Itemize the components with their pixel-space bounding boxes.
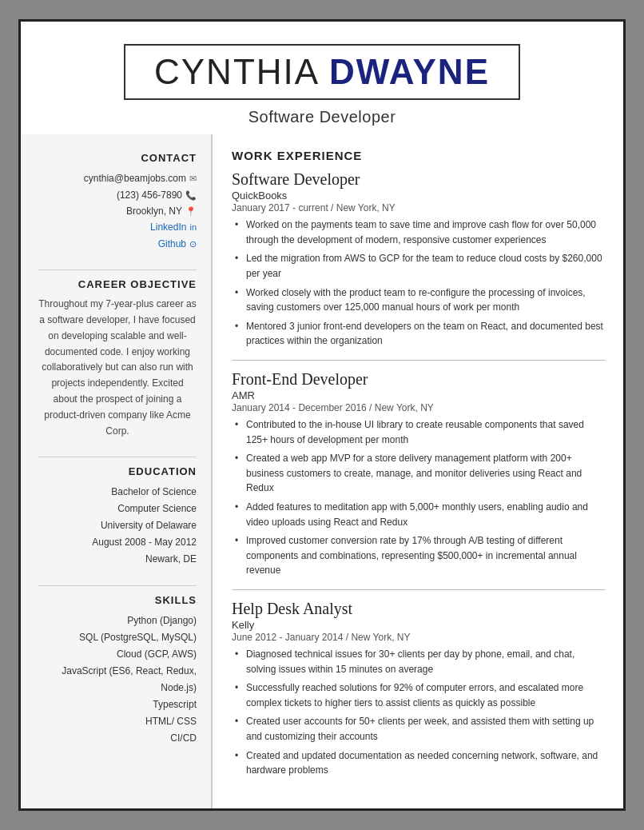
job-subtitle: Software Developer xyxy=(53,108,591,126)
divider-2 xyxy=(38,457,197,457)
github-link[interactable]: Github xyxy=(158,236,186,252)
bullet-item: Added features to meditation app with 5,… xyxy=(235,500,606,529)
job-title: Front-End Developer xyxy=(232,370,606,389)
location-text: Brooklyn, NY xyxy=(126,203,182,219)
bullet-item: Improved customer conversion rate by 17%… xyxy=(235,533,606,578)
job-block: Help Desk AnalystKellyJune 2012 - Januar… xyxy=(232,600,606,778)
email-icon: ✉ xyxy=(189,171,197,186)
skill-item: JavaScript (ES6, React, Redux, Node.js) xyxy=(38,663,197,696)
bullet-item: Mentored 3 junior front-end developers o… xyxy=(235,319,606,349)
divider-3 xyxy=(38,585,197,586)
job-divider xyxy=(232,589,606,590)
company-name: AMR xyxy=(232,389,606,401)
skill-item: Python (Django) xyxy=(38,613,197,629)
skill-item: CI/CD xyxy=(38,730,197,747)
bullet-item: Successfully reached solutions for 92% o… xyxy=(235,680,606,710)
phone-icon: 📞 xyxy=(185,188,197,203)
job-block: Software DeveloperQuickBooksJanuary 2017… xyxy=(232,170,606,349)
body-content: CONTACT cynthia@beamjobs.com ✉ (123) 456… xyxy=(21,134,623,808)
bullet-item: Created user accounts for 50+ clients pe… xyxy=(235,714,606,744)
linkedin-item[interactable]: LinkedIn in xyxy=(38,219,197,235)
bullet-item: Created a web app MVP for a store delive… xyxy=(235,451,606,496)
career-section: CAREER OBJECTIVE Throughout my 7-year-pl… xyxy=(38,278,197,439)
skill-item: HTML/ CSS xyxy=(38,713,197,730)
resume-document: CYNTHIA DWAYNE Software Developer CONTAC… xyxy=(18,19,626,810)
job-bullets: Contributed to the in-house UI library t… xyxy=(235,417,606,578)
major: Computer Science xyxy=(38,501,197,517)
skills-list: Python (Django)SQL (PostgreSQL, MySQL)Cl… xyxy=(38,613,197,747)
education-title: EDUCATION xyxy=(38,465,197,477)
divider-1 xyxy=(38,269,197,270)
sidebar: CONTACT cynthia@beamjobs.com ✉ (123) 456… xyxy=(21,134,213,808)
github-item[interactable]: Github ⊙ xyxy=(38,236,197,252)
job-divider xyxy=(232,360,606,361)
job-dates: January 2014 - December 2016 / New York,… xyxy=(232,402,606,413)
skills-title: SKILLS xyxy=(38,594,197,606)
bullet-item: Led the migration from AWS to GCP for th… xyxy=(235,251,606,281)
bullet-item: Contributed to the in-house UI library t… xyxy=(235,417,606,447)
company-name: Kelly xyxy=(232,619,606,631)
phone-text: (123) 456-7890 xyxy=(117,187,182,203)
job-dates: January 2017 - current / New York, NY xyxy=(232,202,606,213)
main-content: WORK EXPERIENCE Software DeveloperQuickB… xyxy=(213,134,623,808)
education-section: EDUCATION Bachelor of Science Computer S… xyxy=(38,465,197,568)
contact-title: CONTACT xyxy=(38,152,197,164)
bullet-item: Worked on the payments team to save time… xyxy=(235,217,606,247)
contact-section: CONTACT cynthia@beamjobs.com ✉ (123) 456… xyxy=(38,152,197,252)
skill-item: Cloud (GCP, AWS) xyxy=(38,646,197,663)
phone-item: (123) 456-7890 📞 xyxy=(38,187,197,203)
career-title: CAREER OBJECTIVE xyxy=(38,278,197,290)
career-text: Throughout my 7-year-plus career as a so… xyxy=(38,297,197,439)
location-icon: 📍 xyxy=(185,204,197,219)
bullet-item: Created and updated documentation as nee… xyxy=(235,748,606,778)
name-first: CYNTHIA xyxy=(154,52,329,91)
name-box: CYNTHIA DWAYNE xyxy=(124,44,520,100)
skill-item: SQL (PostgreSQL, MySQL) xyxy=(38,629,197,646)
email-item: cynthia@beamjobs.com ✉ xyxy=(38,170,197,186)
work-section: WORK EXPERIENCE Software DeveloperQuickB… xyxy=(232,149,606,777)
job-bullets: Diagnosed technical issues for 30+ clien… xyxy=(235,647,606,778)
bullet-item: Diagnosed technical issues for 30+ clien… xyxy=(235,647,606,676)
work-title: WORK EXPERIENCE xyxy=(232,149,606,162)
job-title: Software Developer xyxy=(232,170,606,189)
skills-section: SKILLS Python (Django)SQL (PostgreSQL, M… xyxy=(38,594,197,747)
job-dates: June 2012 - January 2014 / New York, NY xyxy=(232,632,606,643)
email-text: cynthia@beamjobs.com xyxy=(84,170,186,186)
location-item: Brooklyn, NY 📍 xyxy=(38,203,197,219)
company-name: QuickBooks xyxy=(232,190,606,202)
name-last: DWAYNE xyxy=(329,52,490,91)
edu-location: Newark, DE xyxy=(38,551,197,568)
job-block: Front-End DeveloperAMRJanuary 2014 - Dec… xyxy=(232,370,606,578)
university: University of Delaware xyxy=(38,517,197,534)
bullet-item: Worked closely with the product team to … xyxy=(235,285,606,315)
jobs-list: Software DeveloperQuickBooksJanuary 2017… xyxy=(232,170,606,777)
job-bullets: Worked on the payments team to save time… xyxy=(235,217,606,349)
linkedin-link[interactable]: LinkedIn xyxy=(150,219,186,235)
edu-dates: August 2008 - May 2012 xyxy=(38,534,197,551)
skill-item: Typescript xyxy=(38,696,197,713)
resume-header: CYNTHIA DWAYNE Software Developer xyxy=(21,22,623,134)
job-title: Help Desk Analyst xyxy=(232,600,606,618)
linkedin-icon: in xyxy=(189,220,197,235)
github-icon: ⊙ xyxy=(189,237,197,252)
degree: Bachelor of Science xyxy=(38,484,197,501)
